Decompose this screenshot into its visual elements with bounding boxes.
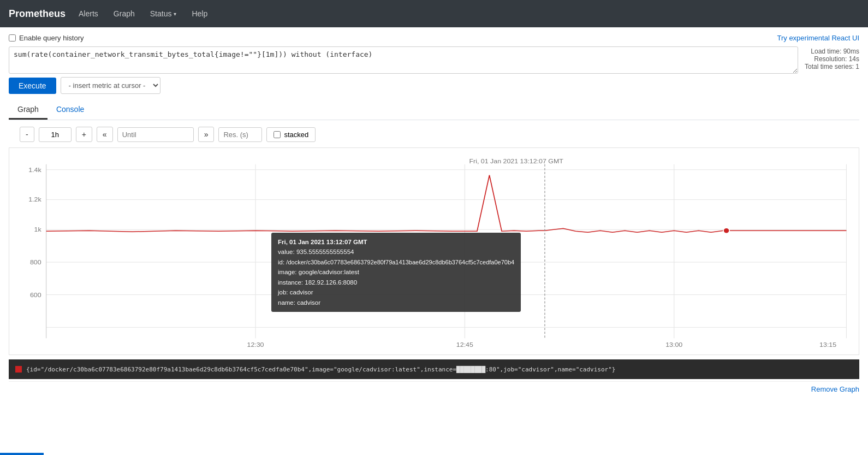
total-series: Total time series: 1 <box>805 63 859 70</box>
nav-help[interactable]: Help <box>189 5 210 22</box>
graph-svg: 1.4k 1.2k 1k 800 600 12:30 12:45 13:00 1… <box>9 148 859 354</box>
remove-graph-button[interactable]: Remove Graph <box>811 385 859 393</box>
zoom-in-button[interactable]: + <box>76 127 92 142</box>
legend-bar: {id="/docker/c30ba6c07783e6863792e80f79a… <box>9 359 859 379</box>
graph-area: 1.4k 1.2k 1k 800 600 12:30 12:45 13:00 1… <box>9 147 859 355</box>
brand-logo[interactable]: Prometheus <box>9 8 66 20</box>
metric-insert-select[interactable]: - insert metric at cursor - <box>61 77 160 94</box>
zoom-out-button[interactable]: - <box>20 127 34 142</box>
graph-controls: - + « » stacked <box>9 127 859 142</box>
stacked-button[interactable]: stacked <box>266 127 316 142</box>
svg-text:12:45: 12:45 <box>456 341 474 348</box>
navbar: Prometheus Alerts Graph Status ▾ Help <box>0 0 868 27</box>
progress-bar <box>0 453 44 455</box>
query-history-checkbox[interactable] <box>9 34 16 42</box>
tab-console[interactable]: Console <box>47 101 93 120</box>
top-row: Enable query history Try experimental Re… <box>9 34 859 42</box>
svg-text:12:30: 12:30 <box>247 341 265 348</box>
svg-text:13:00: 13:00 <box>665 341 683 348</box>
main-content: Enable query history Try experimental Re… <box>0 27 868 455</box>
execute-row: Execute - insert metric at cursor - <box>9 77 859 94</box>
nav-graph[interactable]: Graph <box>111 5 137 22</box>
tabs: Graph Console <box>9 101 859 120</box>
svg-text:800: 800 <box>30 259 41 265</box>
stacked-checkbox[interactable] <box>274 131 281 138</box>
query-history-label[interactable]: Enable query history <box>9 34 84 42</box>
svg-text:Fri, 01 Jan 2021 13:12:07 GMT: Fri, 01 Jan 2021 13:12:07 GMT <box>469 158 563 164</box>
svg-text:600: 600 <box>30 291 41 298</box>
svg-text:13:15: 13:15 <box>819 341 837 348</box>
svg-text:1.2k: 1.2k <box>28 196 41 203</box>
nav-status-dropdown[interactable]: Status ▾ <box>148 5 179 22</box>
resolution: Resolution: 14s <box>805 55 859 63</box>
svg-text:1k: 1k <box>34 226 41 233</box>
until-input[interactable] <box>117 127 194 142</box>
bottom-bar: Remove Graph <box>9 381 859 397</box>
execute-button[interactable]: Execute <box>9 78 56 94</box>
resolution-input[interactable] <box>218 127 262 142</box>
tab-graph[interactable]: Graph <box>9 101 47 120</box>
forward-button[interactable]: » <box>198 127 215 142</box>
legend-color-swatch <box>15 366 22 373</box>
svg-point-22 <box>723 228 729 233</box>
time-range-input[interactable] <box>39 127 72 142</box>
legend-text[interactable]: {id="/docker/c30ba6c07783e6863792e80f79a… <box>26 366 615 373</box>
stats-panel: Load time: 90ms Resolution: 14s Total ti… <box>805 46 859 70</box>
load-time: Load time: 90ms <box>805 48 859 55</box>
query-input[interactable] <box>9 46 798 74</box>
nav-alerts[interactable]: Alerts <box>76 5 100 22</box>
chevron-down-icon: ▾ <box>174 11 176 17</box>
experimental-react-link[interactable]: Try experimental React UI <box>777 34 859 42</box>
svg-text:1.4k: 1.4k <box>28 166 41 173</box>
rewind-button[interactable]: « <box>97 127 113 142</box>
